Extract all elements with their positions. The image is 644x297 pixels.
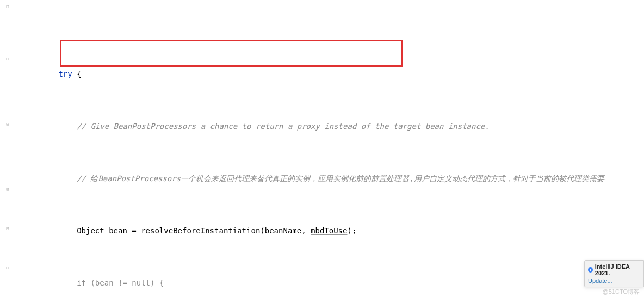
comment: // 给BeanPostProcessors一个机会来返回代理来替代真正的实例，… — [77, 172, 604, 185]
keyword-try: try — [58, 67, 72, 81]
ide-notification[interactable]: i IntelliJ IDEA 2021. Update... — [584, 260, 644, 287]
comment: // Give BeanPostProcessors a chance to r… — [77, 120, 490, 133]
fold-marker-icon[interactable]: ⊟ — [4, 186, 11, 193]
fold-marker-icon[interactable]: ⊟ — [4, 55, 11, 62]
highlight-box — [60, 40, 403, 67]
code-editor[interactable]: ⊟ ⊟ ⊟ ⊟ ⊟ ⊟ try { // Give BeanPostProces… — [0, 0, 644, 297]
editor-gutter: ⊟ ⊟ ⊟ ⊟ ⊟ ⊟ — [0, 0, 17, 297]
fold-marker-icon[interactable]: ⊟ — [4, 264, 11, 271]
fold-marker-icon[interactable]: ⊟ — [4, 225, 11, 232]
struck-code: if (bean != null) { — [77, 276, 164, 289]
code-line[interactable]: // 给BeanPostProcessors一个机会来返回代理来替代真正的实例，… — [22, 172, 644, 185]
info-icon: i — [588, 267, 593, 273]
fold-marker-icon[interactable]: ⊟ — [4, 3, 11, 10]
code-line[interactable]: try { — [22, 67, 644, 81]
watermark: @51CTO博客 — [603, 288, 640, 296]
code-line[interactable]: Object bean = resolveBeforeInstantiation… — [22, 224, 644, 237]
variable-mbdToUse: mbdToUse — [311, 224, 347, 237]
fold-marker-icon[interactable]: ⊟ — [4, 121, 11, 127]
notification-title: i IntelliJ IDEA 2021. — [588, 263, 640, 276]
update-link[interactable]: Update... — [588, 277, 640, 284]
code-line[interactable]: if (bean != null) { — [22, 276, 644, 289]
code-line[interactable]: // Give BeanPostProcessors a chance to r… — [22, 120, 644, 133]
code-area[interactable]: try { // Give BeanPostProcessors a chanc… — [17, 0, 644, 297]
